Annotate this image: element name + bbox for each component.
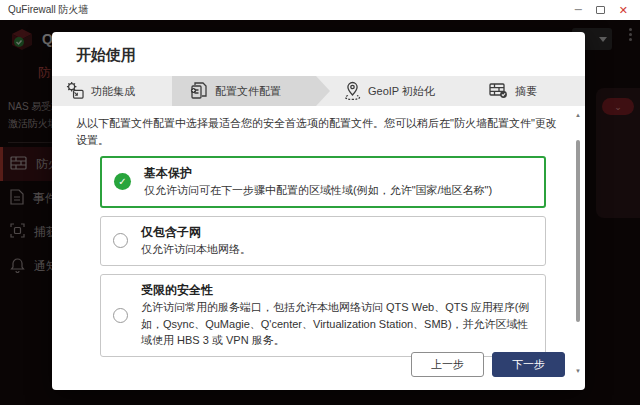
- wizard-step-feature-integration[interactable]: 功能集成: [65, 76, 135, 106]
- wizard-footer: 上一步 下一步: [411, 352, 565, 377]
- radio-unchecked-icon[interactable]: [113, 308, 128, 323]
- wizard-step-profile-configuration[interactable]: 配置文件配置: [190, 76, 281, 106]
- step-label: 摘要: [515, 84, 537, 99]
- profile-options: ✓ 基本保护 仅允许访问可在下一步骤中配置的区域性域(例如，允许"国家/地区名称…: [100, 156, 546, 357]
- window-controls: ─ ✕: [575, 5, 632, 16]
- option-basic-protection[interactable]: ✓ 基本保护 仅允许访问可在下一步骤中配置的区域性域(例如，允许"国家/地区名称…: [100, 156, 546, 208]
- minimize-icon[interactable]: ─: [575, 5, 582, 15]
- wizard-step-summary[interactable]: 摘要: [489, 76, 537, 106]
- close-icon[interactable]: ✕: [619, 5, 628, 16]
- option-subnet-only[interactable]: 仅包含子网 仅允许访问本地网络。: [100, 216, 546, 266]
- wizard-stepbar: 功能集成 配置文件配置: [52, 76, 585, 106]
- step-label: 配置文件配置: [215, 84, 281, 99]
- maximize-icon[interactable]: [596, 6, 605, 14]
- dialog-title: 开始使用: [52, 32, 585, 76]
- option-title: 仅包含子网: [141, 224, 251, 241]
- window-title: QuFirewall 防火墙: [8, 3, 89, 17]
- option-description: 允许访问常用的服务端口，包括允许本地网络访问 QTS Web、QTS 应用程序(…: [141, 299, 533, 349]
- profile-config-icon: [190, 81, 208, 102]
- intro-text: 从以下配置文件配置中选择最适合您的安全首选项的配置文件。您可以稍后在"防火墙配置…: [76, 115, 562, 148]
- content-scrollbar[interactable]: ▲ ▼: [574, 112, 582, 374]
- radio-unchecked-icon[interactable]: [113, 233, 128, 248]
- radio-checked-icon[interactable]: ✓: [114, 173, 131, 190]
- wizard-content: 从以下配置文件配置中选择最适合您的安全首选项的配置文件。您可以稍后在"防火墙配置…: [52, 106, 585, 357]
- back-button[interactable]: 上一步: [411, 352, 484, 377]
- wizard-step-geoip-initialization[interactable]: GeoIP 初始化: [344, 76, 435, 106]
- option-description: 仅允许访问可在下一步骤中配置的区域性域(例如，允许"国家/地区名称"): [144, 182, 492, 199]
- geoip-icon: [344, 81, 361, 102]
- step-label: 功能集成: [91, 84, 135, 99]
- option-restricted-security[interactable]: 受限的安全性 允许访问常用的服务端口，包括允许本地网络访问 QTS Web、QT…: [100, 274, 546, 357]
- option-title: 受限的安全性: [141, 282, 533, 299]
- step-label: GeoIP 初始化: [368, 84, 435, 99]
- scrollbar-thumb[interactable]: [576, 140, 580, 322]
- scroll-up-icon[interactable]: ▲: [574, 112, 582, 118]
- summary-icon: [489, 82, 508, 101]
- getting-started-dialog: 开始使用 功能集成: [52, 32, 585, 390]
- option-description: 仅允许访问本地网络。: [141, 241, 251, 258]
- scroll-down-icon[interactable]: ▼: [574, 368, 582, 374]
- window-titlebar: QuFirewall 防火墙 ─ ✕: [0, 0, 640, 20]
- screen: QuFirewall 防火墙 ─ ✕ QuFirewall: [0, 0, 640, 405]
- next-button[interactable]: 下一步: [492, 352, 565, 377]
- option-title: 基本保护: [144, 165, 492, 182]
- integration-icon: [65, 81, 84, 101]
